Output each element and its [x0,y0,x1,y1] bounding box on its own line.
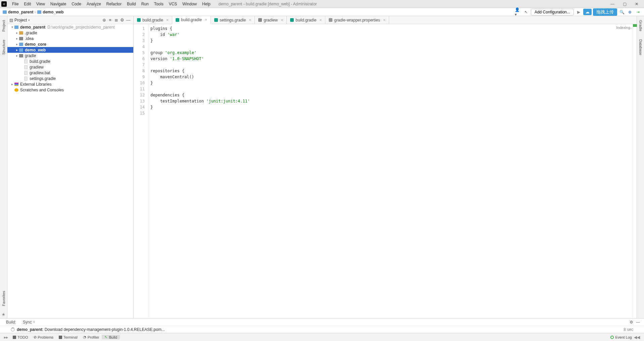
menu-window[interactable]: Window [180,2,199,6]
project-panel: ▤Project ▾ ⊕ ≡ ≣ ⚙ — ▾demo_parentD:\work… [7,16,134,318]
toolwindow-gradle-tab[interactable]: Gradle [639,18,643,33]
window-maximize-icon[interactable]: ▢ [618,1,631,7]
hide-icon[interactable]: — [125,17,131,23]
update-icon[interactable]: ⊕ [627,9,633,15]
cloud-button[interactable]: ☁ [583,9,592,15]
breadcrumb-module[interactable]: demo_web [37,10,63,14]
menu-build[interactable]: Build [124,2,139,6]
menu-view[interactable]: View [34,2,48,6]
build-output: demo_parent: Download dependency-managem… [0,326,644,333]
close-icon[interactable]: × [319,18,322,23]
tree-node-gradle-folder[interactable]: ▸gradle [7,53,133,58]
hammer-icon: ↖ [104,335,107,339]
menu-help[interactable]: Help [199,2,213,6]
tree-node-gradle-dir[interactable]: ▸.gradle [7,30,133,36]
chevron-right-icon: › [35,10,36,14]
build-tool-window-header: Build: Sync × ⚙ — [0,318,644,326]
window-minimize-icon[interactable]: — [606,1,618,7]
toolwindow-database-tab[interactable]: Database [639,37,643,57]
tree-node-build-gradle[interactable]: build.gradle [7,58,133,64]
bottom-tab-problems[interactable]: ⊘Problems [31,335,56,339]
tree-node-gradlew-bat[interactable]: gradlew.bat [7,70,133,76]
expand-all-icon[interactable]: ≡ [107,17,113,23]
build-elapsed-time: 8 sec [624,327,633,332]
tree-node-demo-core[interactable]: ▸demo_core [7,41,133,47]
editor-area: build.gradle× build.gradle× settings.gra… [134,16,637,318]
gradle-file-icon [290,18,294,22]
run-anything-icon[interactable]: ⇥ [635,9,641,15]
menu-code[interactable]: Code [69,2,84,6]
bottom-tab-todo[interactable]: TODO [10,335,31,339]
show-tool-windows-icon[interactable]: ▸▸ [2,335,10,340]
editor-body[interactable]: 123456789101112131415 plugins { id 'war'… [134,24,637,318]
menu-refactor[interactable]: Refactor [104,2,124,6]
run-icon[interactable]: ▶ [575,9,582,15]
user-icon[interactable]: 👤▾ [515,9,521,15]
hide-icon[interactable]: — [635,319,641,326]
project-tree[interactable]: ▾demo_parentD:\work\gradle_projects\demo… [7,24,133,318]
editor-tabs: build.gradle× build.gradle× settings.gra… [134,16,637,24]
error-stripe[interactable] [633,24,637,318]
menu-vcs[interactable]: VCS [166,2,180,6]
bottom-tab-build[interactable]: ↖Build [102,335,120,339]
gradle-file-icon [176,18,179,22]
event-log-icon [610,336,614,339]
left-tool-gutter: Project Structure Favorites ★ [0,16,7,318]
window-close-icon[interactable]: ✕ [631,1,643,7]
toolwindow-structure-tab[interactable]: Structure [2,38,6,57]
upload-button[interactable]: 拖拽上传 [593,8,617,16]
gear-icon[interactable]: ⚙ [628,319,635,326]
tree-node-demo-web[interactable]: ▸demo_web [7,47,133,53]
bottom-tab-terminal[interactable]: Terminal [56,335,80,339]
build-sync-tab[interactable]: Sync × [19,320,39,325]
gear-icon[interactable]: ⚙ [119,17,125,23]
collapse-all-icon[interactable]: ≣ [113,17,119,23]
bottom-tab-profiler[interactable]: ◔Profiler [80,335,102,339]
toolwindow-project-tab[interactable]: Project [2,18,6,34]
tab-file-2[interactable]: settings.gradle× [211,16,255,24]
event-log-button[interactable]: Event Log [610,335,632,339]
tab-file-5[interactable]: gradle-wrapper.properties× [325,16,389,24]
tree-node-root[interactable]: ▾demo_parentD:\work\gradle_projects\demo… [7,24,133,30]
chevron-down-icon[interactable]: ▾ [28,18,30,22]
warning-icon: ⊘ [34,335,37,339]
build-hammer-icon[interactable]: ↖ [523,9,530,15]
tree-node-scratches[interactable]: Scratches and Consoles [7,87,133,93]
star-icon[interactable]: ★ [2,312,5,318]
close-icon[interactable]: × [281,18,283,23]
locate-icon[interactable]: ⊕ [101,17,107,23]
search-icon[interactable]: 🔍 [618,9,625,15]
code-content[interactable]: plugins { id 'war' } group 'org.example'… [148,24,637,318]
close-icon[interactable]: × [33,320,35,325]
close-icon[interactable]: × [383,18,385,23]
toolwindow-favorites-tab[interactable]: Favorites [2,289,6,308]
menu-file[interactable]: File [9,2,21,6]
breadcrumb-root[interactable]: demo_parent [3,10,33,14]
gradle-file-icon [137,18,141,22]
menu-navigate[interactable]: Navigate [48,2,69,6]
tree-node-gradlew[interactable]: gradlew [7,64,133,70]
menu-edit[interactable]: Edit [21,2,34,6]
tree-node-idea-dir[interactable]: ▸.idea [7,36,133,41]
close-icon[interactable]: × [166,18,169,23]
close-icon[interactable]: × [249,18,251,23]
menu-run[interactable]: Run [139,2,151,6]
menu-analyze[interactable]: Analyze [84,2,104,6]
tab-file-0[interactable]: build.gradle× [134,16,172,24]
folder-icon [3,10,7,14]
tab-file-4[interactable]: build.gradle× [287,16,325,24]
project-panel-title[interactable]: Project [14,18,27,23]
tree-node-settings-gradle[interactable]: settings.gradle [7,76,133,81]
add-configuration-button[interactable]: Add Configuration... [531,9,574,15]
project-view-icon: ▤ [9,18,13,23]
tab-file-1[interactable]: build.gradle× [172,16,211,24]
menu-tools[interactable]: Tools [151,2,166,6]
line-number-gutter: 123456789101112131415 [134,24,148,318]
tab-file-3[interactable]: gradlew× [255,16,287,24]
build-output-text: demo_parent: Download dependency-managem… [17,327,165,332]
close-icon[interactable]: × [205,17,207,22]
tree-node-external-libs[interactable]: ▸External Libraries [7,81,133,87]
right-tool-gutter: Gradle Database [637,16,644,318]
project-panel-header: ▤Project ▾ ⊕ ≡ ≣ ⚙ — [7,16,133,24]
menu-icon[interactable]: ◀◀ [632,335,642,340]
